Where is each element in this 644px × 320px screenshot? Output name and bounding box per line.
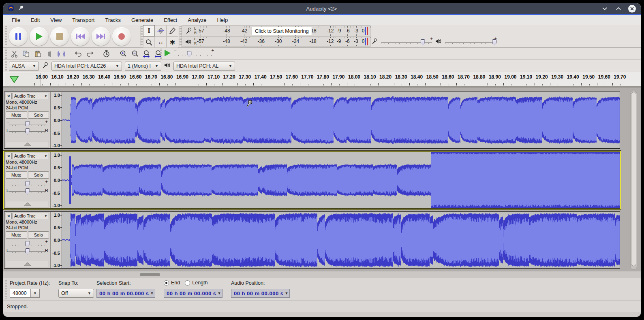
draw-tool[interactable] [167,25,178,36]
recording-meter[interactable]: LR -57-48-42-36-30-24-18-12-9-6-30 Click… [182,26,370,36]
mute-button[interactable]: Mute [6,231,27,239]
menu-file[interactable]: File [6,16,26,24]
selection-tool[interactable]: I [143,25,155,36]
track-title-dropdown[interactable]: Audio Trac▼ [13,213,49,219]
selection-end-field[interactable]: 00 h 00 m 00.000 s▼ [164,289,223,298]
time-shift-tool[interactable]: ↔ [155,36,167,48]
audio-host-dropdown[interactable]: ALSA▼ [9,62,39,71]
track-waveform[interactable] [62,92,620,148]
recording-volume-thumb[interactable] [421,39,425,45]
track-waveform[interactable] [62,152,620,208]
vertical-scrollbar-thumb[interactable] [631,92,636,266]
maximize-button[interactable] [614,5,623,13]
playback-meter[interactable]: LR -57-48-42-36-30-24-18-12-9-6-30 [182,36,370,47]
mute-button[interactable]: Mute [6,171,27,179]
copy-button[interactable] [21,49,32,59]
track-close-button[interactable]: ✕ [6,153,12,159]
solo-button[interactable]: Solo [28,171,49,179]
menu-effect[interactable]: Effect [158,16,182,24]
rewind-button[interactable] [71,27,90,46]
project-rate-value[interactable]: 48000 [10,289,31,298]
envelope-tool[interactable] [155,25,167,36]
gain-slider-thumb[interactable] [25,181,30,187]
pan-slider-thumb[interactable] [25,128,30,134]
track-waveform[interactable] [62,212,620,268]
play-at-speed-button[interactable] [163,49,171,59]
project-rate-dropdown-button[interactable]: ▼ [31,289,40,298]
pin-icon[interactable] [18,5,24,13]
sync-lock-button[interactable] [101,49,112,59]
record-button[interactable] [112,27,131,46]
forward-button[interactable] [92,27,110,46]
menu-transport[interactable]: Transport [67,16,100,24]
zoom-in-button[interactable] [118,49,128,59]
gain-slider[interactable]: – + [9,241,46,247]
track-close-button[interactable]: ✕ [6,93,12,99]
pan-slider-thumb[interactable] [25,248,30,254]
solo-button[interactable]: Solo [28,231,49,239]
tools-toolbar-grip[interactable] [140,26,143,46]
gain-slider-thumb[interactable] [25,241,30,247]
track-title-dropdown[interactable]: Audio Trac▼ [13,93,49,99]
solo-button[interactable]: Solo [28,111,49,119]
menu-help[interactable]: Help [212,16,233,24]
recording-device-dropdown[interactable]: HDA Intel PCH: ALC26▼ [51,62,122,71]
paste-button[interactable] [32,49,43,59]
mute-button[interactable]: Mute [6,111,27,119]
multi-tool[interactable]: ✱ [167,36,178,48]
minimize-button[interactable] [601,5,609,13]
project-rate-combo[interactable]: 48000 ▼ [10,289,40,298]
play-speed-slider[interactable]: –+ [175,51,213,57]
pan-slider[interactable]: L R [9,128,46,134]
snap-to-dropdown[interactable]: Off▼ [58,289,94,298]
end-radio[interactable]: End [164,280,180,286]
track-vertical-ruler[interactable]: 1.00.50.0-0.5-1.0 [51,92,62,148]
selection-toolbar-grip[interactable] [5,280,7,299]
title-bar[interactable]: Audacity <2> [3,3,641,14]
menu-analyze[interactable]: Analyze [182,16,212,24]
track-title-dropdown[interactable]: Audio Trac▼ [13,153,49,159]
horizontal-scrollbar[interactable] [3,271,641,278]
track-close-button[interactable]: ✕ [6,213,12,219]
close-button[interactable] [628,5,636,13]
transport-toolbar-grip[interactable] [5,26,7,46]
recording-channels-dropdown[interactable]: 1 (Mono) I▼ [125,62,161,71]
zoom-tool[interactable] [143,36,155,48]
silence-button[interactable] [56,49,67,59]
vertical-scrollbar[interactable] [630,91,637,270]
selection-start-field[interactable]: 00 h 00 m 00.000 s▼ [96,289,155,298]
stop-button[interactable] [50,27,69,46]
track-vertical-ruler[interactable]: 1.00.50.0-0.5-1.0 [51,152,62,208]
playback-volume-slider[interactable]: –+ [445,39,496,45]
horizontal-scrollbar-thumb[interactable] [140,273,160,276]
gain-slider[interactable]: – + [9,121,46,127]
menu-edit[interactable]: Edit [26,16,45,24]
track-collapse-button[interactable] [6,201,49,207]
pan-slider-thumb[interactable] [25,188,30,194]
zoom-out-button[interactable] [129,49,140,59]
fit-selection-button[interactable] [141,49,152,59]
playback-device-dropdown[interactable]: HDA Intel PCH: AL▼ [173,62,235,71]
audio-position-field[interactable]: 00 h 00 m 00.000 s▼ [231,289,290,298]
cut-button[interactable] [9,49,20,59]
edit-toolbar-grip[interactable] [5,49,7,59]
menu-tracks[interactable]: Tracks [100,16,126,24]
monitoring-tooltip[interactable]: Click to Start Monitoring [252,27,312,35]
trim-button[interactable] [44,49,55,59]
pause-button[interactable] [9,27,28,46]
gain-slider[interactable]: – + [9,181,46,187]
recording-volume-slider[interactable]: –+ [381,39,432,45]
track-vertical-ruler[interactable]: 1.00.50.0-0.5-1.0 [51,212,62,268]
pan-slider[interactable]: L R [9,248,46,254]
play-button[interactable] [30,27,48,46]
undo-button[interactable] [73,49,83,59]
length-radio[interactable]: Length [185,280,208,286]
menu-view[interactable]: View [45,16,67,24]
play-speed-thumb[interactable] [187,51,192,57]
gain-slider-thumb[interactable] [25,121,30,127]
transcription-toolbar-grip[interactable] [160,49,162,59]
pan-slider[interactable]: L R [9,188,46,194]
device-toolbar-grip[interactable] [5,61,7,71]
timeline-ruler[interactable]: 16.0016.1016.2016.3016.4016.5016.6016.70… [3,72,641,87]
track-collapse-button[interactable] [6,141,49,147]
